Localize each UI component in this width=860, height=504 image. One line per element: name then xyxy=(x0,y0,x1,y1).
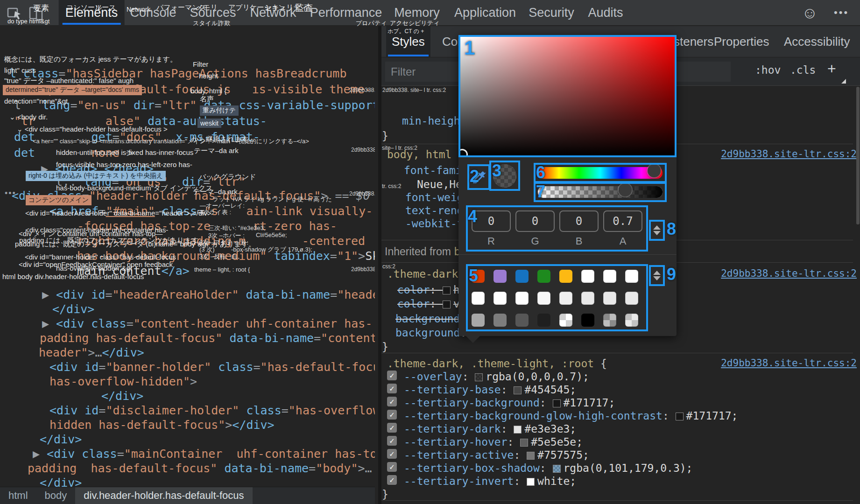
new-style-rule-button[interactable]: + xyxy=(827,60,836,77)
color-swatch[interactable] xyxy=(553,399,561,407)
subtab-accessibility[interactable]: Accessibility xyxy=(778,26,856,57)
property-enabled-checkbox[interactable]: ✓ xyxy=(387,397,397,406)
dom-tree-line[interactable]: ▶ <div class="mainContainer uhf-containe… xyxy=(33,447,375,461)
color-swatch[interactable] xyxy=(527,478,535,486)
css-rule-row[interactable]: } xyxy=(382,341,388,353)
dom-tree-line[interactable]: hidden has-default-focus"></div> xyxy=(49,418,275,432)
color-swatch[interactable] xyxy=(527,452,535,460)
dom-tree-line[interactable]: </div> xyxy=(52,302,94,316)
translation-overlay-fragment: hidden-until-focused is-fixed has-inner-… xyxy=(56,148,193,156)
more-options-icon[interactable]: ••• xyxy=(834,7,849,19)
dom-tree-line[interactable]: <div id="disclaimer-holder" class="has-o… xyxy=(49,403,375,418)
dom-tree-line[interactable]: has-overflow-hidden"> xyxy=(49,374,197,389)
translation-overlay-fragment: 概念には、既定のフォーカス jess テーマがあります。 xyxy=(4,55,177,64)
property-enabled-checkbox[interactable]: ✓ xyxy=(387,436,397,446)
feedback-smiley-icon[interactable]: ☺ xyxy=(802,4,818,22)
css-rule-row[interactable]: background: xyxy=(395,313,466,325)
color-swatch[interactable] xyxy=(443,287,451,294)
translation-overlay-fragment: <a her="" class="skip-to-<mstrans:dictio… xyxy=(33,137,309,146)
tab-audits[interactable]: Audits xyxy=(581,0,629,26)
dom-tree-line[interactable]: padding has-default-focus" data-bi-name=… xyxy=(28,461,372,476)
color-swatch[interactable] xyxy=(443,301,451,308)
dom-tree-line[interactable]: <div id="banner-holder" class="has-defau… xyxy=(49,360,375,374)
callout-number-2: 2 xyxy=(470,167,479,186)
translation-overlay-fragment: html body div.header-holder.has-default-… xyxy=(2,273,144,280)
css-custom-property-row[interactable]: --overlay: rgba(0,0,0,0.7); xyxy=(404,371,589,383)
translation-overlay-fragment: 名声 xyxy=(200,95,214,104)
translation-overlay-fragment: theme – light, : root { xyxy=(194,266,250,273)
subtab-properties[interactable]: Properties xyxy=(708,26,775,57)
translation-overlay-fragment: tr. css:2 xyxy=(382,183,401,189)
css-source-link[interactable]: 2d9bb338.site-ltr.css:2 xyxy=(721,268,857,279)
translation-overlay-fragment: <div id="banner-holder" class="has-defau… xyxy=(25,253,176,261)
css-custom-property-row[interactable]: --tertiary-background: #171717; xyxy=(404,397,615,409)
css-rule-row[interactable]: body, html { xyxy=(387,148,465,161)
cls-toggle[interactable]: .cls xyxy=(790,64,816,76)
dom-tree-line[interactable]: ▶ <div class="content-header uhf-contain… xyxy=(42,316,372,331)
translation-overlay-fragment: ••• xyxy=(5,189,16,198)
property-enabled-checkbox[interactable]: ✓ xyxy=(387,462,397,472)
dom-tree-line[interactable]: </div> xyxy=(40,476,82,487)
section-divider xyxy=(381,353,853,353)
css-custom-property-row[interactable]: --tertiary-background-glow-high-contrast… xyxy=(404,410,738,422)
dom-tree-line[interactable]: header">…</div> xyxy=(39,345,144,360)
devtools-toolbar: ElementsConsoleSourcesNetworkPerformance… xyxy=(0,0,860,26)
dom-tree-line[interactable]: padding has-default-focus" data-bi-name=… xyxy=(40,331,375,345)
css-rule-row[interactable]: color: h xyxy=(397,284,460,296)
css-source-link[interactable]: 2d9bb338.site-ltr.css:2 xyxy=(721,148,857,160)
translation-overlay-fragment: 2d9bb338.s xyxy=(349,190,375,197)
color-swatch[interactable] xyxy=(475,373,483,381)
css-source-link[interactable]: 2d9bb338.site-ltr.css:2 xyxy=(721,357,857,369)
dom-tree-line[interactable]: </div> xyxy=(40,432,82,447)
breadcrumb-item[interactable]: div.header-holder.has-default-focus xyxy=(75,487,252,504)
css-rule-row[interactable]: } xyxy=(382,488,388,500)
css-custom-property-row[interactable]: --tertiary-hover: #5e5e5e; xyxy=(404,436,583,448)
property-enabled-checkbox[interactable]: ✓ xyxy=(387,475,397,485)
color-swatch[interactable] xyxy=(514,426,522,434)
new-style-rule-corner-icon[interactable] xyxy=(841,79,846,84)
dom-tree-line[interactable]: ▶ <div id="headerAreaHolder" data-bi-nam… xyxy=(42,287,375,302)
property-enabled-checkbox[interactable]: ✓ xyxy=(387,384,397,393)
property-enabled-checkbox[interactable]: ✓ xyxy=(387,423,397,433)
color-swatch[interactable] xyxy=(676,413,684,420)
property-enabled-checkbox[interactable]: ✓ xyxy=(387,410,397,420)
jp-overlay-note: ホブ。CT の + xyxy=(388,28,424,35)
dialog-caret xyxy=(465,335,481,343)
css-custom-property-row[interactable]: --tertiary-invert: white; xyxy=(404,475,576,487)
translation-overlay-fragment: 2d9bb338. site– l tr. css:2 xyxy=(382,87,446,93)
css-rule-row[interactable]: background: xyxy=(395,327,466,339)
callout-box-4 xyxy=(466,205,648,252)
elements-dom-tree: l class="hasSidebar hasPageActions hasBr… xyxy=(0,26,375,487)
styles-scrollbar[interactable] xyxy=(856,87,860,224)
breadcrumb-item[interactable]: body xyxy=(36,487,76,504)
callout-number-6: 6 xyxy=(536,163,545,182)
color-swatch[interactable] xyxy=(514,386,522,394)
css-custom-property-row[interactable]: --tertiary-dark: #e3e3e3; xyxy=(404,423,576,435)
translation-overlay-fragment: 3次 –反転: ·白。 xyxy=(199,252,244,261)
translation-overlay-fragment: right-0 は埋め込み (中はテキスト) を中央揃え xyxy=(26,171,166,181)
translation-overlay-fragment: detection="none"&gt xyxy=(4,97,68,105)
translation-overlay-fragment: weskit xyxy=(197,119,221,128)
css-rule-row[interactable]: .theme-dark, .theme-light, :root { xyxy=(387,357,607,370)
translation-overlay-fragment: ⌄ <body dir. xyxy=(9,113,48,121)
dom-tree-line[interactable]: l lang="en-us" dir="ltr" data-css-variab… xyxy=(14,98,375,112)
tab-application[interactable]: Application xyxy=(448,0,522,26)
css-rule-row[interactable]: color: v xyxy=(397,298,460,310)
hov-toggle[interactable]: :hov xyxy=(755,64,781,76)
translation-overlay-fragment: <div メイン Container uhf-container has-top… xyxy=(19,230,162,238)
property-enabled-checkbox[interactable]: ✓ xyxy=(387,449,397,459)
color-swatch[interactable] xyxy=(553,465,561,473)
css-custom-property-row[interactable]: --tertiary-active: #757575; xyxy=(404,449,589,461)
css-rule-row[interactable]: } xyxy=(382,130,388,142)
css-custom-property-row[interactable]: --tertiary-base: #454545; xyxy=(404,384,576,396)
breadcrumb-item[interactable]: html xyxy=(0,487,36,504)
callout-box-9 xyxy=(649,265,665,286)
dom-tree-line[interactable]: </div> xyxy=(101,389,143,403)
translation-overlay-fragment: has-body-background-medium"タブ インデックス xyxy=(56,184,213,193)
css-custom-property-row[interactable]: --tertiary-box-shadow: rgba(0,101,179,0.… xyxy=(404,462,692,474)
translation-overlay-fragment: 3次ライ表 : xyxy=(200,208,231,217)
tab-security[interactable]: Security xyxy=(522,0,581,26)
property-enabled-checkbox[interactable]: ✓ xyxy=(387,371,397,380)
jp-overlay-label: ソース xyxy=(95,3,116,12)
color-swatch[interactable] xyxy=(520,439,528,447)
